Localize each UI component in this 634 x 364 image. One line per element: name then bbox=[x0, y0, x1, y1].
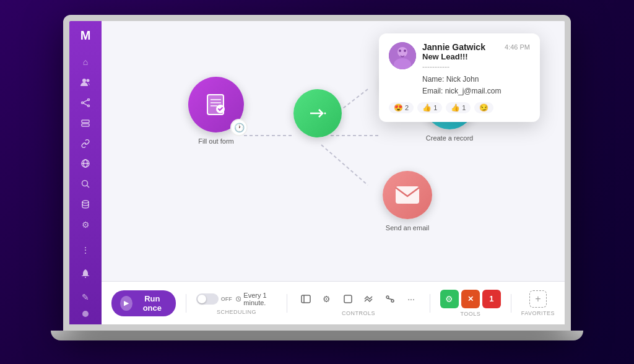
form-sub-icon: 🕐 bbox=[230, 119, 248, 136]
add-favorite-button[interactable]: + bbox=[529, 290, 547, 308]
svg-rect-7 bbox=[82, 120, 89, 123]
svg-rect-8 bbox=[82, 124, 89, 126]
control-btn-1[interactable] bbox=[297, 290, 315, 308]
svg-rect-44 bbox=[344, 295, 352, 303]
control-btn-more[interactable]: ··· bbox=[402, 290, 420, 308]
reaction-thumbsup2[interactable]: 👍1 bbox=[446, 102, 471, 113]
laptop-screen: M ⌂ bbox=[63, 15, 571, 331]
favorites-label: FAVORITES bbox=[521, 310, 555, 316]
node-hub[interactable] bbox=[293, 89, 342, 137]
node-form[interactable]: 🕐 Fill out form bbox=[188, 77, 244, 145]
svg-point-35 bbox=[397, 47, 407, 57]
notif-time: 4:46 PM bbox=[505, 43, 530, 51]
svg-rect-33 bbox=[396, 186, 419, 204]
node-email[interactable]: Send an email bbox=[368, 171, 447, 232]
laptop-wrapper: M ⌂ bbox=[51, 15, 583, 349]
tool-btn-green[interactable]: ⚙ bbox=[440, 290, 459, 308]
svg-point-38 bbox=[404, 50, 406, 52]
notif-title: New Lead!!! bbox=[422, 52, 530, 61]
divider-1 bbox=[186, 294, 186, 313]
svg-point-46 bbox=[391, 300, 394, 302]
svg-point-14 bbox=[82, 201, 89, 203]
svg-point-2 bbox=[88, 98, 90, 100]
tool-btn-red[interactable]: 1 bbox=[482, 290, 501, 308]
svg-point-4 bbox=[82, 102, 84, 103]
notif-avatar bbox=[389, 42, 416, 69]
sidebar: M ⌂ bbox=[69, 21, 102, 324]
divider-4 bbox=[511, 294, 511, 313]
notification-popup: Jannie Gatwick 4:46 PM New Lead!!! -----… bbox=[379, 33, 540, 122]
db-node-label: Create a record bbox=[426, 134, 473, 142]
settings-small-icon[interactable]: ⚙ bbox=[76, 216, 95, 233]
svg-line-13 bbox=[87, 186, 90, 188]
email-node-label: Send an email bbox=[386, 224, 429, 232]
bell-icon[interactable] bbox=[76, 264, 95, 284]
svg-point-12 bbox=[82, 181, 88, 186]
more-icon[interactable]: ⋮ bbox=[76, 240, 95, 260]
scheduling-section: OFF Every 1 minute. SCHEDULING bbox=[196, 292, 277, 315]
run-once-button[interactable]: ▶ Run once bbox=[111, 290, 176, 316]
svg-rect-15 bbox=[85, 277, 86, 278]
svg-rect-42 bbox=[302, 295, 310, 303]
sidebar-logo: M bbox=[80, 28, 91, 43]
divider-2 bbox=[287, 294, 287, 313]
svg-line-41 bbox=[238, 299, 240, 300]
notif-divider: ----------- bbox=[422, 63, 530, 71]
control-btn-5[interactable] bbox=[381, 290, 399, 308]
controls-label: CONTROLS bbox=[342, 310, 375, 316]
schedule-text: Every 1 minute. bbox=[243, 292, 277, 306]
divider-3 bbox=[430, 294, 430, 313]
form-node-label: Fill out form bbox=[198, 137, 233, 145]
tools-label: TOOLS bbox=[460, 311, 480, 317]
scheduling-label: SCHEDULING bbox=[217, 309, 256, 315]
share-icon[interactable] bbox=[76, 95, 95, 111]
toggle-label: OFF bbox=[221, 296, 232, 302]
control-btn-2[interactable]: ⚙ bbox=[318, 290, 336, 308]
bottom-toolbar: ▶ Run once OFF bbox=[102, 281, 565, 324]
search-icon[interactable] bbox=[76, 176, 95, 193]
link-icon[interactable] bbox=[76, 135, 95, 152]
users-icon[interactable] bbox=[76, 74, 95, 91]
favorites-section: + FAVORITES bbox=[521, 290, 555, 316]
svg-point-0 bbox=[82, 79, 86, 82]
user-avatar-dot bbox=[82, 311, 89, 317]
toggle-switch[interactable]: OFF bbox=[196, 293, 232, 305]
layers-icon[interactable] bbox=[76, 115, 95, 131]
control-btn-4[interactable] bbox=[360, 290, 378, 308]
control-btn-3[interactable] bbox=[339, 290, 357, 308]
svg-line-19 bbox=[321, 145, 368, 185]
svg-line-47 bbox=[388, 298, 393, 300]
svg-line-5 bbox=[84, 100, 88, 103]
svg-point-37 bbox=[399, 50, 401, 52]
pen-icon[interactable]: ✎ bbox=[76, 287, 95, 307]
laptop-base bbox=[51, 331, 583, 340]
reaction-thumbsup[interactable]: 👍1 bbox=[417, 102, 442, 113]
canvas-area: 🕐 Fill out form bbox=[102, 21, 565, 281]
play-icon: ▶ bbox=[120, 296, 132, 311]
notif-username: Jannie Gatwick bbox=[422, 42, 485, 52]
globe-icon[interactable] bbox=[76, 155, 95, 172]
controls-section: ⚙ bbox=[297, 290, 420, 316]
main-content: 🕐 Fill out form bbox=[102, 21, 565, 324]
tools-section: ⚙ ✕ 1 TOOLS bbox=[440, 290, 501, 317]
svg-point-45 bbox=[386, 296, 389, 298]
home-icon[interactable]: ⌂ bbox=[76, 54, 95, 71]
svg-point-3 bbox=[88, 105, 90, 106]
reaction-smirk[interactable]: 😏 bbox=[474, 102, 493, 113]
svg-point-1 bbox=[87, 79, 90, 82]
database-small-icon[interactable] bbox=[76, 196, 95, 212]
reaction-fire[interactable]: 😍2 bbox=[389, 102, 414, 113]
svg-line-6 bbox=[84, 103, 88, 106]
notif-reactions: 😍2 👍1 👍1 😏 bbox=[389, 102, 530, 113]
schedule-info: Every 1 minute. bbox=[236, 292, 277, 306]
tool-btn-orange[interactable]: ✕ bbox=[461, 290, 480, 308]
notif-body: Name: Nick John Email: nick_j@mail.com bbox=[422, 74, 530, 97]
run-once-label: Run once bbox=[137, 294, 167, 313]
